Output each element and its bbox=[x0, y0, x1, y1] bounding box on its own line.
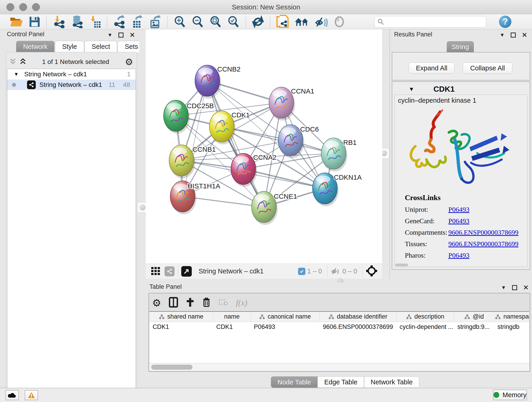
entry-description: cyclin–dependent kinase 1 bbox=[398, 97, 476, 104]
import-network-icon[interactable] bbox=[52, 16, 65, 28]
collection-label: String Network – cdk1 bbox=[24, 70, 127, 78]
network-collection-row[interactable]: ▼ String Network – cdk1 1 bbox=[7, 69, 136, 80]
memory-status-dot bbox=[494, 392, 499, 398]
entry-body: cyclin–dependent kinase 1 bbox=[394, 95, 527, 267]
cell-namespace[interactable]: stringdb bbox=[494, 322, 529, 332]
results-panel: Results Panel ▼ ✕ String Expand All Coll… bbox=[389, 29, 532, 279]
tab-select[interactable]: Select bbox=[85, 41, 117, 52]
right-panel-divider[interactable] bbox=[382, 29, 389, 279]
help-icon[interactable]: ? bbox=[499, 16, 511, 28]
float-panel-icon[interactable] bbox=[512, 285, 517, 290]
show-columns-icon[interactable] bbox=[169, 297, 178, 308]
network-view[interactable]: CCNB2CCNA1CDC25BCDK1CDC6RB1CCNB1CCNA2CDK… bbox=[146, 29, 382, 279]
import-table-icon[interactable] bbox=[89, 16, 101, 28]
collapse-all-button[interactable]: Collapse All bbox=[463, 63, 512, 74]
column-header[interactable]: name bbox=[213, 312, 251, 322]
home-networks-icon[interactable] bbox=[294, 16, 310, 28]
cell-database-identifier[interactable]: 9606.ENSP00000378699 bbox=[320, 322, 396, 332]
entry-collapse-icon[interactable]: ▼ bbox=[409, 86, 414, 92]
entry-hscrollbar[interactable] bbox=[395, 264, 408, 266]
zoom-selected-icon[interactable] bbox=[227, 16, 240, 28]
network-row[interactable]: String Network – cdk1 11 48 bbox=[7, 80, 136, 90]
string-network-icon bbox=[27, 80, 36, 89]
close-panel-icon[interactable]: ✕ bbox=[523, 285, 529, 290]
collapse-all-networks-icon[interactable] bbox=[9, 57, 16, 66]
tab-node-table[interactable]: Node Table bbox=[271, 376, 317, 388]
open-session-icon[interactable] bbox=[9, 16, 24, 28]
column-header[interactable]: description bbox=[396, 312, 454, 322]
column-header[interactable]: @id bbox=[454, 312, 494, 322]
cell-id[interactable]: stringdb:9... bbox=[454, 322, 494, 332]
grid-view-icon[interactable] bbox=[151, 266, 160, 277]
export-table-icon[interactable] bbox=[131, 16, 144, 28]
crosslink-compartments-link[interactable]: 9606.ENSP00000378699 bbox=[448, 229, 519, 236]
warnings-button[interactable] bbox=[25, 390, 38, 400]
delete-column-icon[interactable] bbox=[202, 297, 210, 308]
import-network-from-database-icon[interactable] bbox=[70, 16, 84, 28]
panel-menu-icon[interactable]: ▼ bbox=[500, 32, 505, 38]
panel-menu-icon[interactable]: ▼ bbox=[501, 285, 506, 291]
crosslink-pharos-link[interactable]: P06493 bbox=[448, 251, 469, 259]
search-input[interactable] bbox=[374, 16, 486, 27]
add-column-icon[interactable] bbox=[186, 297, 195, 308]
panel-menu-icon[interactable]: ▼ bbox=[108, 32, 113, 38]
collection-expander-icon[interactable]: ▼ bbox=[14, 71, 19, 77]
column-header[interactable]: namespac bbox=[494, 312, 529, 322]
control-panel: Control Panel ▼ ✕ Network Style Select S… bbox=[0, 29, 139, 387]
cell-shared-name[interactable]: CDK1 bbox=[149, 322, 213, 332]
network-options-gear-icon[interactable]: ⚙ bbox=[125, 57, 133, 67]
float-panel-icon[interactable] bbox=[511, 32, 516, 38]
collection-count: 1 bbox=[127, 70, 131, 78]
cloud-icon bbox=[8, 392, 17, 398]
expand-all-networks-icon[interactable] bbox=[19, 57, 26, 66]
tab-style[interactable]: Style bbox=[55, 41, 84, 52]
hide-glasses-icon[interactable] bbox=[315, 16, 328, 28]
crosslink-genecard-link[interactable]: P06493 bbox=[448, 217, 469, 225]
selected-checkbox-icon[interactable] bbox=[298, 268, 305, 275]
hidden-eye-slash-icon bbox=[331, 267, 341, 276]
zoom-in-icon[interactable] bbox=[173, 16, 186, 28]
tab-network-table[interactable]: Network Table bbox=[364, 376, 419, 388]
delete-table-icon[interactable] bbox=[218, 298, 228, 307]
expand-all-button[interactable]: Expand All bbox=[409, 63, 455, 74]
network-edge-count: 48 bbox=[123, 81, 130, 89]
network-node-count: 11 bbox=[109, 81, 115, 89]
tab-string[interactable]: String bbox=[447, 41, 474, 52]
function-builder-icon[interactable]: f(x) bbox=[236, 298, 247, 307]
zoom-fit-icon[interactable] bbox=[209, 16, 222, 28]
column-header[interactable]: database identifier bbox=[320, 312, 396, 322]
memory-button[interactable]: Memory bbox=[493, 390, 527, 400]
close-panel-icon[interactable]: ✕ bbox=[522, 32, 527, 38]
crosslink-uniprot-link[interactable]: P06493 bbox=[448, 206, 469, 213]
table-options-gear-icon[interactable]: ⚙ bbox=[152, 297, 161, 309]
float-panel-icon[interactable] bbox=[119, 32, 123, 38]
crosslink-tissues-link[interactable]: 9606.ENSP00000378699 bbox=[448, 240, 519, 248]
table-hscrollbar-thumb[interactable] bbox=[151, 365, 192, 370]
horizontal-panel-divider[interactable] bbox=[146, 279, 532, 282]
tab-network[interactable]: Network bbox=[16, 41, 55, 52]
cell-canonical-name[interactable]: P06493 bbox=[251, 322, 320, 332]
export-image-icon[interactable] bbox=[149, 16, 162, 28]
birds-eye-view-icon[interactable] bbox=[366, 265, 378, 278]
network-share-view-icon[interactable] bbox=[165, 266, 175, 276]
network-canvas[interactable]: CCNB2CCNA1CDC25BCDK1CDC6RB1CCNB1CCNA2CDK… bbox=[146, 29, 382, 264]
save-session-icon[interactable] bbox=[29, 16, 41, 28]
refresh-icon[interactable] bbox=[252, 16, 264, 28]
zoom-out-icon[interactable] bbox=[191, 16, 204, 28]
eye-icon[interactable] bbox=[333, 16, 345, 28]
column-header[interactable]: canonical name bbox=[251, 312, 320, 322]
table-hscrollbar[interactable] bbox=[149, 364, 529, 371]
left-panel-divider[interactable] bbox=[139, 29, 146, 387]
cloud-button[interactable] bbox=[6, 390, 19, 400]
tab-edge-table[interactable]: Edge Table bbox=[317, 376, 364, 388]
results-entry-card: ▼ CDK1 cyclin–dependent kinase 1 bbox=[392, 81, 530, 270]
clone-network-icon[interactable] bbox=[276, 16, 289, 28]
column-type-icon bbox=[495, 314, 500, 319]
table-row[interactable]: CDK1 CDK1 P06493 9606.ENSP00000378699 cy… bbox=[149, 322, 529, 332]
detach-view-icon[interactable] bbox=[181, 266, 192, 277]
export-network-icon[interactable] bbox=[113, 16, 126, 28]
column-header[interactable]: shared name bbox=[149, 312, 213, 322]
close-panel-icon[interactable]: ✕ bbox=[129, 32, 135, 38]
cell-description[interactable]: cyclin-dependent ... bbox=[396, 322, 454, 332]
cell-name[interactable]: CDK1 bbox=[213, 322, 251, 332]
